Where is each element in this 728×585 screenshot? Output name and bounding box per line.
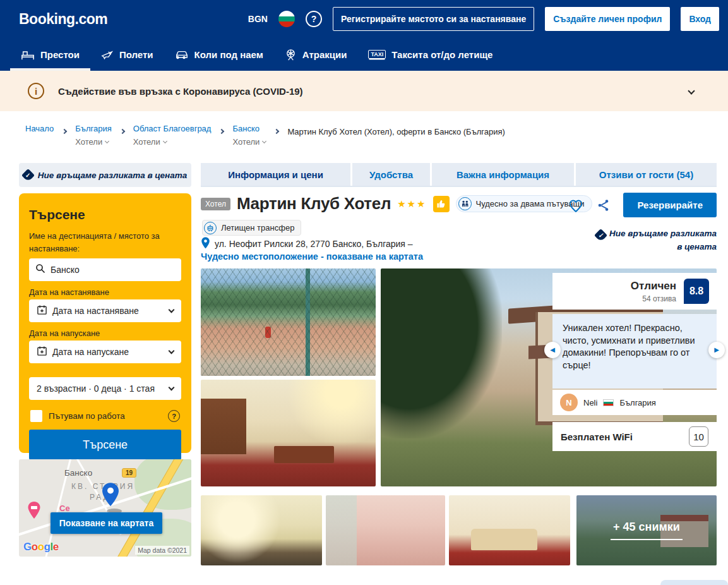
nav-label: Коли под наем (194, 49, 263, 60)
gallery-photo-bedroom[interactable] (449, 495, 570, 565)
two-people-icon (458, 197, 472, 210)
checkin-label: Дата на настаняване (29, 287, 181, 297)
shuttle-icon (204, 222, 217, 234)
register-property-button[interactable]: Регистрирайте мястото си за настаняване (333, 7, 534, 31)
search-submit-button[interactable]: Търсене (29, 430, 181, 460)
taxi-icon: TAXI (368, 50, 386, 59)
gallery-photo-main-exterior[interactable]: MARTIN Отличен 54 отзива 8.8 Уникален хо… (381, 268, 717, 486)
tab-important-info[interactable]: Важна информация (432, 163, 574, 186)
breadcrumb-sub-hotels[interactable]: Хотели (232, 137, 266, 147)
destination-input[interactable] (51, 265, 164, 275)
checkout-date-select[interactable]: Дата на напускане (29, 341, 181, 363)
login-button[interactable]: Вход (681, 7, 719, 31)
star-rating: ★★★ (397, 198, 426, 210)
tab-info-prices[interactable]: Информация и цени (201, 163, 350, 186)
breadcrumb-sub-hotels[interactable]: Хотели (75, 137, 111, 147)
breadcrumb-city[interactable]: Банско (232, 124, 266, 133)
hotel-name: Мартин Клуб Хотел (237, 194, 391, 214)
airport-shuttle-label: Летищен трансфер (221, 223, 294, 232)
search-panel: Търсене Име на дестинацията / мястото за… (19, 193, 191, 453)
map-hotel-pin-icon (27, 501, 42, 522)
breadcrumb: Начало България Хотели Област Благоевгра… (25, 124, 505, 147)
nav-label: Таксита от/до летище (391, 49, 492, 60)
map-preview[interactable]: Банско КВ. СТАРИЯ РАД 19 Се ск Показване… (19, 459, 191, 557)
nav-label: Атракции (302, 49, 347, 60)
location-pin-icon (201, 237, 210, 251)
map-attribution: Map data ©2021 (135, 546, 189, 555)
chevron-right-icon (220, 126, 224, 135)
map-poi-label: Се (59, 504, 70, 513)
chevron-down-icon[interactable] (688, 87, 695, 94)
gallery-more-photos[interactable]: + 45 снимки (576, 495, 717, 565)
chevron-down-icon (169, 307, 175, 313)
price-match-note: ✓Ние връщаме разликата в цената (590, 227, 717, 254)
nav-label: Престои (40, 49, 80, 60)
chevron-right-icon (121, 126, 124, 135)
hotel-address[interactable]: ул. Неофит Рилски 28, 2770 Банско, Бълга… (215, 239, 413, 249)
nav-item-stays[interactable]: Престои (10, 38, 90, 71)
breadcrumb-country[interactable]: България (75, 124, 111, 133)
question-icon[interactable]: ? (168, 410, 180, 422)
checkout-placeholder: Дата на напускане (52, 347, 129, 357)
price-match-banner: ✓ Ние връщаме разликата в цената (19, 163, 191, 187)
kitchen-cabinet (201, 399, 246, 454)
map-city-label: Банско (64, 468, 92, 478)
google-logo[interactable]: Google (23, 541, 59, 553)
business-travel-label: Пътувам по работа (49, 411, 125, 421)
gallery-photo-bathroom[interactable] (326, 495, 445, 565)
nav-item-car-rentals[interactable]: Коли под наем (164, 38, 274, 71)
nav-label: Полети (119, 49, 153, 60)
search-icon (35, 263, 45, 276)
chevron-right-icon (275, 126, 278, 135)
more-photos-label: + 45 снимки (611, 521, 683, 540)
share-icon[interactable] (597, 198, 611, 212)
gallery-photo-kitchen[interactable] (201, 380, 376, 486)
chevron-right-icon (63, 126, 66, 135)
nav-item-airport-taxis[interactable]: TAXI Таксита от/до летище (357, 38, 503, 71)
carousel-next-icon[interactable]: ▶ (708, 342, 725, 358)
dining-table (274, 446, 333, 463)
wifi-rating-card: Безплатен WiFi 10 (552, 422, 717, 451)
reserve-button[interactable]: Резервирайте (623, 193, 717, 217)
occupancy-select[interactable]: 2 възрастни · 0 деца · 1 стая (29, 377, 181, 400)
checkin-placeholder: Дата на настаняване (52, 306, 139, 316)
tab-facilities[interactable]: Удобства (352, 163, 430, 186)
show-map-link[interactable]: Чудесно местоположение - показване на ка… (201, 251, 423, 262)
reviewer-name: Neli (583, 398, 597, 407)
info-icon: i (28, 83, 44, 99)
breadcrumb-region[interactable]: Област Благоевград (133, 124, 212, 133)
covid-banner-text: Съдействие във връзка с Коронавируса (CO… (58, 86, 303, 97)
main-nav: Престои Полети Коли под наем Атракции TA… (0, 38, 728, 71)
create-profile-button[interactable]: Създайте личен профил (545, 7, 670, 31)
covid-banner[interactable]: i Съдействие във връзка с Коронавируса (… (0, 71, 728, 111)
gallery-photo-tennis-court[interactable] (201, 268, 376, 376)
review-quote-text: Уникален хотел! Прекрасно, чисто, усмихн… (563, 323, 695, 370)
booking-logo[interactable]: Booking.com (19, 11, 107, 28)
language-flag-bulgaria-icon[interactable] (278, 11, 295, 27)
breadcrumb-home[interactable]: Начало (25, 124, 54, 133)
nav-item-flights[interactable]: Полети (90, 38, 164, 71)
save-to-list-heart-icon[interactable] (568, 198, 584, 213)
breadcrumb-current-page: Мартин Клуб Хотел (Хотел), оферти в Банс… (287, 127, 505, 136)
carousel-prev-icon[interactable]: ◀ (544, 342, 561, 358)
rating-summary-card[interactable]: Отличен 54 отзива 8.8 (552, 273, 717, 310)
tennis-fence (201, 268, 376, 376)
checkin-date-select[interactable]: Дата на настаняване (29, 299, 181, 322)
plane-icon (101, 49, 114, 60)
nav-item-attractions[interactable]: Атракции (274, 38, 358, 71)
avatar: N (560, 394, 578, 411)
map-location-pin-icon[interactable] (101, 482, 120, 511)
destination-input-wrap[interactable] (29, 258, 181, 281)
currency-selector[interactable]: BGN (248, 14, 268, 24)
tab-guest-reviews[interactable]: Отзиви от гости (54) (576, 163, 717, 186)
top-header: Booking.com BGN ? Регистрирайте мястото … (0, 0, 728, 38)
property-type-badge: Хотел (201, 198, 230, 210)
breadcrumb-sub-hotels[interactable]: Хотели (133, 137, 212, 147)
help-icon[interactable]: ? (306, 11, 322, 27)
gallery-photo-lounge[interactable] (201, 495, 322, 565)
bulgaria-flag-icon (603, 399, 614, 406)
show-map-button[interactable]: Показване на картата (51, 512, 162, 534)
reviews-count: 54 отзива (631, 294, 676, 303)
car-icon (175, 49, 189, 59)
business-travel-checkbox[interactable] (30, 410, 42, 422)
